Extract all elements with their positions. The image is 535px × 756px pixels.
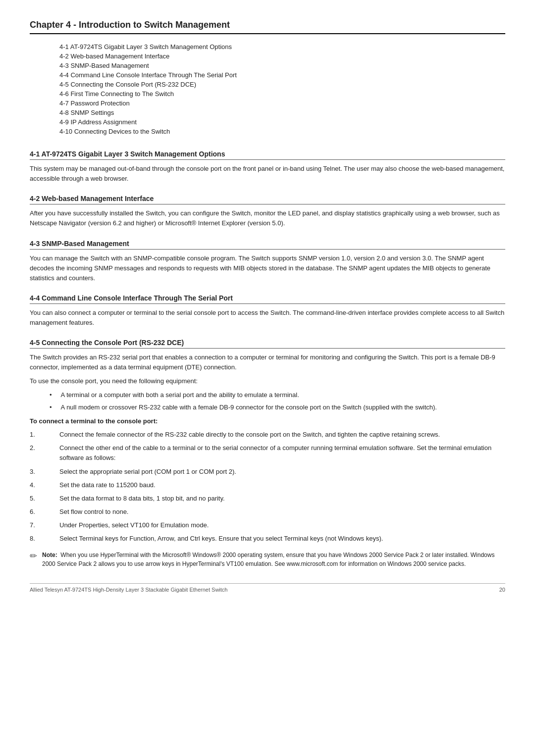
section-4-1: 4-1 AT-9724TS Gigabit Layer 3 Switch Man… (30, 150, 505, 184)
section-4-3: 4-3 SNMP-Based Management You can manage… (30, 240, 505, 283)
note-text: Note: When you use HyperTerminal with th… (42, 551, 505, 568)
section-4-1-body: This system may be managed out-of-band t… (30, 164, 505, 184)
section-4-1-text: This system may be managed out-of-band t… (30, 164, 505, 184)
toc-item: 4-10 Connecting Devices to the Switch (59, 128, 505, 135)
step-6: 6.Set flow control to none. (30, 507, 505, 517)
section-4-4-body: You can also connect a computer or termi… (30, 308, 505, 328)
section-4-2-header: 4-2 Web-based Management Interface (30, 195, 505, 204)
toc-item: 4-9 IP Address Assignment (59, 118, 505, 126)
note-box: ✏ Note: When you use HyperTerminal with … (30, 551, 505, 568)
step-8: 8.Select Terminal keys for Function, Arr… (30, 534, 505, 544)
step-3: 3.Select the appropriate serial port (CO… (30, 467, 505, 477)
section-4-2-text: After you have successfully installed th… (30, 208, 505, 228)
chapter-title: Chapter 4 - Introduction to Switch Manag… (30, 20, 230, 30)
toc-item: 4-8 SNMP Settings (59, 109, 505, 116)
section-4-3-body: You can manage the Switch with an SNMP-c… (30, 253, 505, 283)
section-4-5-header: 4-5 Connecting the Console Port (RS-232 … (30, 339, 505, 349)
section-4-3-text: You can manage the Switch with an SNMP-c… (30, 253, 505, 283)
note-icon: ✏ (30, 550, 37, 563)
step-1: 1.Connect the female connector of the RS… (30, 430, 505, 440)
toc-item: 4-6 First Time Connecting to The Switch (59, 90, 505, 98)
section-4-3-header: 4-3 SNMP-Based Management (30, 240, 505, 250)
toc-item: 4-4 Command Line Console Interface Throu… (59, 71, 505, 79)
numbered-steps: 1.Connect the female connector of the RS… (30, 430, 505, 544)
note-content: When you use HyperTerminal with the Micr… (42, 552, 494, 567)
section-4-5-equip: To use the console port, you need the fo… (30, 376, 505, 386)
page-footer: Allied Telesyn AT-9724TS High-Density La… (30, 583, 505, 593)
section-4-4-header: 4-4 Command Line Console Interface Throu… (30, 294, 505, 304)
chapter-header: Chapter 4 - Introduction to Switch Manag… (30, 20, 505, 34)
section-4-2-body: After you have successfully installed th… (30, 208, 505, 228)
connect-heading: To connect a terminal to the console por… (30, 416, 505, 426)
section-4-4: 4-4 Command Line Console Interface Throu… (30, 294, 505, 328)
toc-item: 4-3 SNMP-Based Management (59, 62, 505, 69)
section-4-1-header: 4-1 AT-9724TS Gigabit Layer 3 Switch Man… (30, 150, 505, 160)
note-label: Note: (42, 552, 60, 558)
toc-item: 4-7 Password Protection (59, 100, 505, 107)
section-4-2: 4-2 Web-based Management Interface After… (30, 195, 505, 228)
toc-item: 4-1 AT-9724TS Gigabit Layer 3 Switch Man… (59, 43, 505, 50)
section-4-5: 4-5 Connecting the Console Port (RS-232 … (30, 339, 505, 568)
step-2: 2.Connect the other end of the cable to … (30, 443, 505, 463)
step-7: 7.Under Properties, select VT100 for Emu… (30, 520, 505, 530)
section-4-5-intro: The Switch provides an RS-232 serial por… (30, 353, 505, 372)
footer-page-number: 20 (499, 587, 505, 593)
section-4-2-title: 4-2 Web-based Management Interface (30, 195, 154, 202)
bullet-item: A null modem or crossover RS-232 cable w… (30, 403, 505, 412)
section-4-4-title: 4-4 Command Line Console Interface Throu… (30, 294, 233, 302)
section-4-5-bullets: A terminal or a computer with both a ser… (30, 390, 505, 412)
section-4-3-title: 4-3 SNMP-Based Management (30, 240, 129, 248)
bullet-item: A terminal or a computer with both a ser… (30, 390, 505, 400)
toc-item: 4-5 Connecting the Console Port (RS-232 … (59, 81, 505, 88)
step-5: 5.Set the data format to 8 data bits, 1 … (30, 494, 505, 504)
section-4-4-text: You can also connect a computer or termi… (30, 308, 505, 328)
toc-item: 4-2 Web-based Management Interface (59, 52, 505, 60)
footer-left: Allied Telesyn AT-9724TS High-Density La… (30, 587, 227, 593)
step-4: 4.Set the data rate to 115200 baud. (30, 480, 505, 490)
section-4-5-body: The Switch provides an RS-232 serial por… (30, 353, 505, 568)
section-4-5-title: 4-5 Connecting the Console Port (RS-232 … (30, 339, 184, 347)
section-4-1-title: 4-1 AT-9724TS Gigabit Layer 3 Switch Man… (30, 150, 225, 158)
toc: 4-1 AT-9724TS Gigabit Layer 3 Switch Man… (30, 43, 505, 135)
